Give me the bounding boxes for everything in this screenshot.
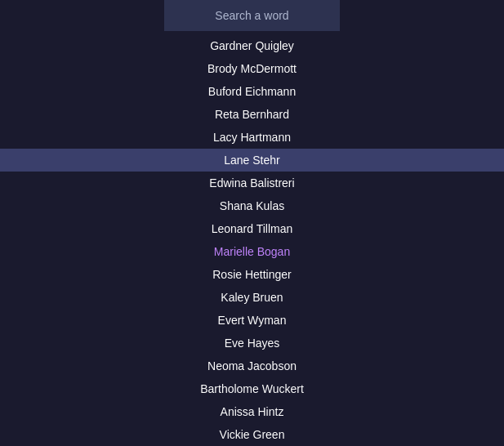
- list-item[interactable]: Rosie Hettinger: [0, 263, 504, 286]
- list-item[interactable]: Buford Eichmann: [0, 80, 504, 103]
- list-item[interactable]: Edwina Balistreri: [0, 172, 504, 194]
- list-item[interactable]: Marielle Bogan: [0, 240, 504, 263]
- list-item[interactable]: Shana Kulas: [0, 194, 504, 217]
- list-item[interactable]: Kaley Bruen: [0, 286, 504, 309]
- list-item[interactable]: Neoma Jacobson: [0, 355, 504, 377]
- list-item[interactable]: Evert Wyman: [0, 309, 504, 332]
- list-item[interactable]: Vickie Green: [0, 423, 504, 446]
- list-item[interactable]: Bartholome Wuckert: [0, 377, 504, 400]
- list-item[interactable]: Eve Hayes: [0, 332, 504, 355]
- list-item[interactable]: Leonard Tillman: [0, 217, 504, 240]
- list-item[interactable]: Reta Bernhard: [0, 103, 504, 126]
- list-item[interactable]: Anissa Hintz: [0, 400, 504, 423]
- names-list: Gardner QuigleyBrody McDermottBuford Eic…: [0, 34, 504, 446]
- search-input[interactable]: [177, 9, 327, 22]
- list-item[interactable]: Lacy Hartmann: [0, 126, 504, 149]
- list-item[interactable]: Brody McDermott: [0, 57, 504, 80]
- main-container: Gardner QuigleyBrody McDermottBuford Eic…: [0, 0, 504, 446]
- list-item[interactable]: Lane Stehr: [0, 149, 504, 172]
- list-item[interactable]: Gardner Quigley: [0, 34, 504, 57]
- search-bar[interactable]: [164, 0, 340, 31]
